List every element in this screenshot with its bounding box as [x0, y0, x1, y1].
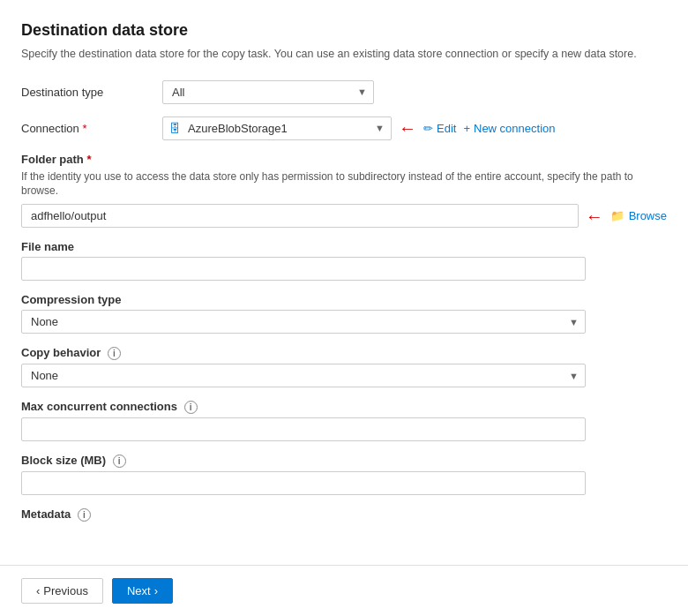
folder-path-arrow-indicator: ← [586, 207, 603, 225]
folder-path-label: Folder path * [21, 153, 667, 166]
block-size-input[interactable] [21, 471, 586, 495]
destination-type-label: Destination type [21, 86, 162, 99]
destination-type-select[interactable]: All Azure Blob Storage Azure Data Lake A… [162, 80, 374, 104]
compression-type-label: Compression type [21, 293, 667, 306]
connection-select[interactable]: AzureBlobStorage1 [162, 116, 392, 140]
metadata-label: Metadata i [21, 507, 667, 522]
block-size-info-icon: i [113, 454, 126, 468]
copy-behavior-select[interactable]: None AddPrefix FlattenHierarchy MergeFil… [21, 364, 586, 387]
copy-behavior-info-icon: i [108, 347, 121, 360]
folder-path-required-star: * [86, 153, 91, 166]
max-concurrent-info-icon: i [184, 401, 198, 414]
connection-controls: 🗄 AzureBlobStorage1 ▼ ← ✏ Edit + New con… [162, 116, 556, 140]
connection-label: Connection * [21, 122, 162, 135]
connection-row: Connection * 🗄 AzureBlobStorage1 ▼ ← ✏ E… [21, 116, 667, 140]
copy-behavior-select-wrapper: None AddPrefix FlattenHierarchy MergeFil… [21, 364, 586, 387]
block-size-label: Block size (MB) i [21, 454, 667, 468]
file-name-input[interactable] [21, 257, 586, 281]
folder-icon: 📁 [610, 209, 624, 222]
page-subtitle: Specify the destination data store for t… [21, 47, 667, 63]
previous-chevron-icon: ‹ [36, 584, 40, 597]
connection-required-star: * [82, 122, 86, 135]
browse-button[interactable]: 📁 Browse [610, 209, 667, 222]
compression-type-select[interactable]: None Gzip Deflate BZip2 ZipDeflate Snapp… [21, 310, 586, 334]
folder-path-section: Folder path * If the identity you use to… [21, 153, 667, 229]
copy-behavior-section: Copy behavior i None AddPrefix FlattenHi… [21, 346, 667, 387]
folder-path-input-row: ← 📁 Browse [21, 204, 667, 228]
edit-pencil-icon: ✏ [423, 122, 433, 135]
footer: ‹ Previous Next › [0, 565, 688, 616]
compression-select-wrapper: None Gzip Deflate BZip2 ZipDeflate Snapp… [21, 310, 586, 334]
previous-button[interactable]: ‹ Previous [21, 578, 103, 604]
destination-type-select-wrapper: All Azure Blob Storage Azure Data Lake A… [162, 80, 374, 104]
edit-connection-button[interactable]: ✏ Edit [423, 122, 456, 135]
destination-type-row: Destination type All Azure Blob Storage … [21, 80, 667, 104]
page-title: Destination data store [21, 21, 667, 40]
file-name-section: File name [21, 240, 667, 281]
max-concurrent-input[interactable] [21, 417, 586, 441]
max-concurrent-section: Max concurrent connections i [21, 400, 667, 441]
metadata-info-icon: i [78, 508, 91, 522]
new-connection-button[interactable]: + New connection [463, 122, 555, 135]
block-size-section: Block size (MB) i [21, 454, 667, 495]
file-name-label: File name [21, 240, 667, 253]
max-concurrent-label: Max concurrent connections i [21, 400, 667, 414]
folder-path-input[interactable] [21, 204, 579, 228]
connection-select-wrapper: 🗄 AzureBlobStorage1 ▼ [162, 116, 392, 140]
copy-behavior-label: Copy behavior i [21, 346, 667, 360]
metadata-section: Metadata i [21, 507, 667, 522]
compression-type-section: Compression type None Gzip Deflate BZip2… [21, 293, 667, 334]
connection-arrow-indicator: ← [399, 119, 416, 137]
folder-path-hint: If the identity you use to access the da… [21, 169, 667, 199]
next-chevron-icon: › [154, 584, 158, 597]
plus-icon: + [463, 122, 470, 135]
next-button[interactable]: Next › [112, 578, 173, 604]
